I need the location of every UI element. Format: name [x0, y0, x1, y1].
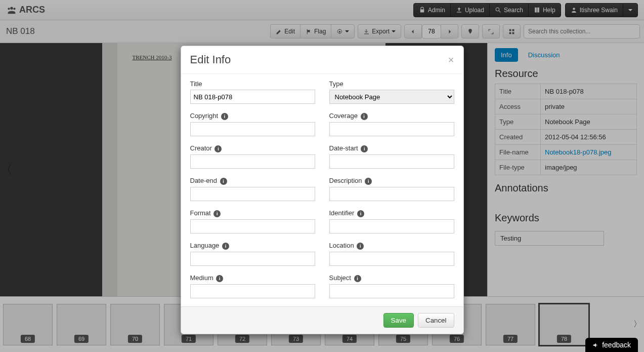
medium-label: Medium i	[190, 274, 315, 282]
megaphone-icon	[592, 342, 599, 348]
modal-close-button[interactable]: ×	[448, 54, 454, 66]
info-icon[interactable]: i	[213, 210, 221, 217]
info-icon[interactable]: i	[365, 178, 372, 185]
identifier-label: Identifier i	[329, 209, 454, 217]
format-input[interactable]	[190, 219, 315, 233]
date-end-label: Date-end i	[190, 177, 315, 185]
info-icon[interactable]: i	[354, 275, 361, 282]
title-input[interactable]	[190, 90, 315, 104]
identifier-input[interactable]	[329, 219, 454, 233]
description-label: Description i	[329, 177, 454, 185]
info-icon[interactable]: i	[361, 113, 368, 120]
description-input[interactable]	[329, 187, 454, 201]
type-select[interactable]: Notebook Page	[329, 90, 454, 104]
info-icon[interactable]: i	[357, 210, 364, 217]
format-label: Format i	[190, 209, 315, 217]
creator-input[interactable]	[190, 154, 315, 169]
info-icon[interactable]: i	[220, 178, 227, 185]
coverage-input[interactable]	[329, 122, 454, 136]
coverage-label: Coverage i	[329, 112, 454, 120]
creator-label: Creator i	[190, 144, 315, 152]
language-label: Language i	[190, 242, 315, 250]
date-start-label: Date-start i	[329, 144, 454, 152]
feedback-tab[interactable]: feedback	[585, 338, 638, 352]
cancel-button[interactable]: Cancel	[418, 313, 454, 328]
medium-input[interactable]	[190, 284, 315, 298]
modal-title: Edit Info	[190, 53, 448, 66]
info-icon[interactable]: i	[221, 113, 228, 120]
edit-info-modal: Edit Info × Title TypeNotebook Page Copy…	[181, 46, 464, 334]
copyright-label: Copyright i	[190, 112, 315, 120]
info-icon[interactable]: i	[222, 243, 229, 250]
title-label: Title	[190, 80, 315, 88]
info-icon[interactable]: i	[214, 145, 222, 152]
info-icon[interactable]: i	[357, 243, 364, 250]
type-label: Type	[329, 80, 454, 88]
location-input[interactable]	[329, 252, 454, 266]
location-label: Location i	[329, 242, 454, 250]
info-icon[interactable]: i	[216, 275, 223, 282]
language-input[interactable]	[190, 252, 315, 266]
save-button[interactable]: Save	[383, 313, 414, 328]
subject-input[interactable]	[329, 284, 454, 298]
date-end-input[interactable]	[190, 187, 315, 201]
subject-label: Subject i	[329, 274, 454, 282]
date-start-input[interactable]	[329, 154, 454, 169]
copyright-input[interactable]	[190, 122, 315, 136]
info-icon[interactable]: i	[361, 145, 368, 152]
